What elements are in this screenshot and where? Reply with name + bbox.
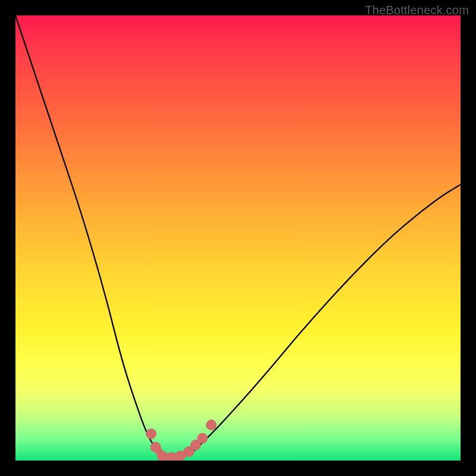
data-marker: [157, 451, 167, 461]
watermark-text: TheBottleneck.com: [365, 4, 469, 17]
data-marker: [198, 433, 208, 443]
data-marker: [206, 420, 217, 430]
data-marker: [166, 452, 176, 461]
data-marker: [151, 442, 161, 452]
data-marker: [146, 429, 156, 439]
chart-frame: TheBottleneck.com: [0, 0, 476, 476]
curve-overlay: [15, 15, 461, 461]
plot-area: [15, 15, 461, 461]
data-marker: [175, 451, 185, 461]
bottleneck-curve: [15, 15, 461, 458]
